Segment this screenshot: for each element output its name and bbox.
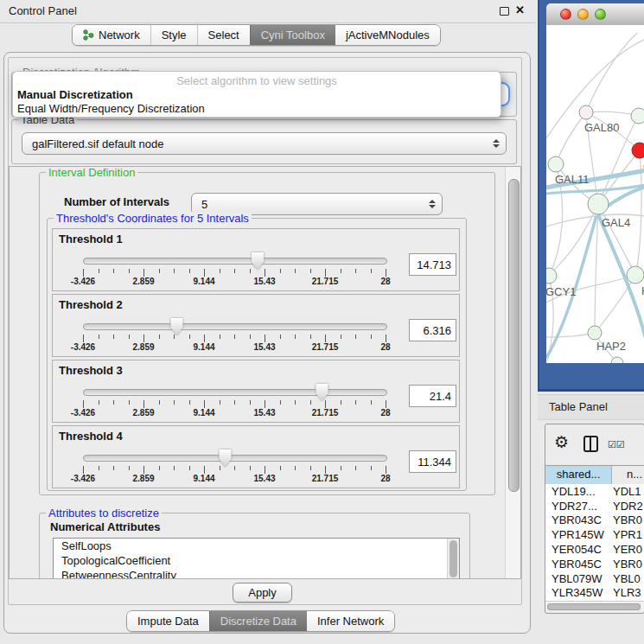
table-row[interactable]: YDL19...YDL1 [545, 484, 644, 499]
cell-shared-name[interactable]: YBR045C [545, 558, 611, 571]
tab-style[interactable]: Style [150, 25, 197, 45]
attribute-item[interactable]: SelfLoops [54, 539, 459, 553]
network-node-GAL80[interactable] [579, 105, 593, 119]
control-panel-titlebar: Control Panel ✕ [0, 0, 536, 23]
slider-tick [189, 335, 190, 339]
attribute-item[interactable]: TopologicalCoefficient [54, 553, 459, 568]
zoom-window-icon[interactable] [595, 9, 606, 20]
slider-thumb[interactable] [251, 252, 265, 270]
threshold-value-field[interactable]: 21.4 [409, 385, 456, 407]
slider-tick [295, 269, 296, 273]
slider-track[interactable] [83, 455, 387, 462]
table-row[interactable]: YBR045CYBR0 [545, 557, 644, 571]
slider-tick [371, 269, 372, 273]
cell-shared-name[interactable]: YPR145W [545, 528, 611, 541]
thresholds-group-title: Threshold's Coordinates for 5 Intervals [54, 212, 252, 225]
float-panel-icon[interactable] [500, 7, 509, 16]
column-header-shared-name[interactable]: shared... [545, 466, 612, 484]
cell-name[interactable]: YER0 [611, 543, 644, 556]
slider-tick [341, 335, 341, 339]
table-row[interactable]: YPR145WYPR1 [545, 527, 644, 542]
algorithm-prompt-item[interactable]: Select algorithm to view settings [13, 74, 501, 87]
table-horizontal-scrollbar[interactable] [545, 601, 644, 610]
network-node-node-h[interactable] [627, 266, 644, 284]
slider-thumb[interactable] [315, 384, 328, 401]
slider-track[interactable] [83, 389, 387, 396]
apply-button[interactable]: Apply [233, 583, 292, 603]
slider-tick-label: 9.144 [193, 474, 214, 483]
network-node-HAP2[interactable] [588, 326, 602, 340]
cell-shared-name[interactable]: YDR27... [545, 500, 611, 513]
slider-tick [341, 269, 341, 273]
table-row[interactable]: YLR345WYLR3 [545, 586, 644, 601]
cell-shared-name[interactable]: YDL19... [545, 485, 611, 498]
attribute-item[interactable]: BetweennessCentrality [54, 568, 459, 579]
slider-track[interactable] [83, 323, 387, 330]
algorithm-option-manual[interactable]: Manual Discretization [17, 88, 133, 101]
split-columns-icon[interactable] [583, 436, 598, 452]
tab-infer-network[interactable]: Infer Network [307, 611, 394, 631]
numerical-attributes-list[interactable]: SelfLoopsTopologicalCoefficientBetweenne… [53, 538, 460, 579]
slider-thumb[interactable] [169, 318, 183, 335]
attributes-scrollbar[interactable] [447, 539, 459, 579]
slider-tick [310, 400, 311, 405]
network-edge[interactable] [586, 33, 637, 112]
tab-jactivemnodules[interactable]: jActiveMNodules [335, 25, 440, 45]
network-canvas[interactable]: GAL80GCGAL11GAL4GCY1HHAP2 [546, 25, 644, 363]
close-window-icon[interactable] [560, 9, 571, 20]
slider-track[interactable] [83, 258, 387, 265]
network-edge[interactable] [556, 112, 586, 164]
close-panel-icon[interactable]: ✕ [515, 3, 525, 16]
cell-name[interactable]: YDL1 [611, 485, 644, 498]
network-node-node-red[interactable] [632, 143, 644, 158]
slider-tick [386, 269, 386, 277]
cell-name[interactable]: YDR2 [611, 500, 644, 513]
table-data-combobox[interactable]: galFiltered.sif default node [22, 132, 507, 155]
cell-shared-name[interactable]: YBR043C [545, 513, 611, 526]
column-checkboxes-icon[interactable]: ☑☑ [608, 439, 625, 450]
network-node-GAL4[interactable] [588, 194, 609, 214]
minimize-window-icon[interactable] [577, 9, 589, 20]
slider-thumb[interactable] [218, 450, 232, 467]
slider-tick [204, 466, 205, 474]
threshold-value-field[interactable]: 6.316 [409, 319, 456, 341]
settings-gear-icon[interactable]: ⚙ [554, 432, 569, 452]
table-row[interactable]: YER054CYER0 [545, 542, 644, 557]
network-window-titlebar[interactable] [546, 3, 644, 26]
threshold-value-field[interactable]: 11.344 [409, 450, 456, 473]
threshold-label: Threshold 3 [59, 364, 123, 377]
table-row[interactable]: YDR27...YDR2 [545, 499, 644, 513]
slider-tick [159, 269, 160, 273]
tab-discretize-data[interactable]: Discretize Data [209, 611, 307, 631]
network-node-GAL11[interactable] [548, 156, 564, 172]
cell-name[interactable]: YPR1 [611, 528, 644, 541]
tab-select[interactable]: Select [197, 25, 250, 45]
slider-tick [325, 400, 326, 408]
interval-definition-group: Interval Definition Number of Intervals … [39, 172, 495, 495]
network-node-GCY1[interactable] [546, 268, 557, 284]
slider-tick [83, 335, 84, 342]
threshold-value-field[interactable]: 14.713 [409, 253, 456, 276]
cell-shared-name[interactable]: YER054C [545, 543, 611, 556]
table-row[interactable]: YBL079WYBL0 [545, 571, 644, 586]
cell-shared-name[interactable]: YBL079W [545, 572, 611, 585]
network-edge[interactable] [635, 150, 641, 275]
threshold-panel: Threshold 2-3.4262.8599.14415.4321.71528… [52, 294, 460, 357]
slider-tick-label: 15.43 [253, 342, 275, 352]
cell-name[interactable]: YBR0 [611, 513, 644, 526]
tab-cyni-toolbox[interactable]: Cyni Toolbox [250, 25, 335, 45]
table-panel: ⚙ ☑☑ shared... n... YDL19...YDL1YDR27...… [545, 424, 644, 614]
algorithm-option-equal-width[interactable]: Equal Width/Frequency Discretization [17, 102, 205, 115]
column-header-name[interactable]: n... [612, 466, 644, 484]
cell-name[interactable]: YBL0 [611, 572, 644, 585]
tab-impute-data[interactable]: Impute Data [127, 611, 209, 631]
cell-name[interactable]: YLR3 [611, 586, 644, 599]
settings-scrollbar-thumb[interactable] [508, 179, 520, 492]
settings-scrollbar[interactable] [505, 167, 520, 578]
table-data-group: Table Data galFiltered.sif default node [11, 119, 517, 164]
cell-name[interactable]: YBR0 [611, 558, 644, 571]
tab-network[interactable]: Network [73, 25, 150, 45]
network-node-node-g[interactable] [631, 108, 644, 124]
cell-shared-name[interactable]: YLR345W [545, 586, 611, 599]
table-row[interactable]: YBR043CYBR0 [545, 513, 644, 528]
